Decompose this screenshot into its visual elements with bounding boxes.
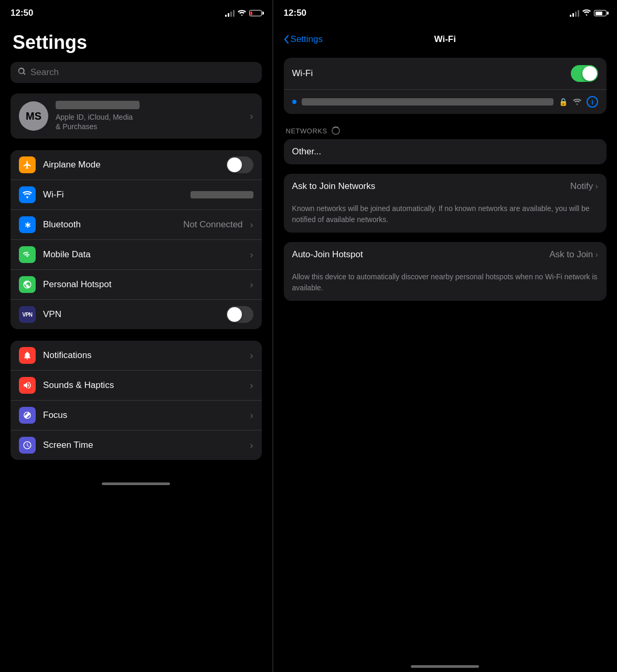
focus-chevron-icon: › [250, 410, 253, 421]
account-subtitle: Apple ID, iCloud, Media& Purchases [56, 112, 243, 131]
account-name-blurred [56, 101, 140, 109]
ask-join-chevron-icon: › [595, 181, 598, 192]
wifi-toggle[interactable] [571, 65, 598, 82]
right-signal-icon [570, 9, 579, 17]
notifications-row[interactable]: Notifications › [10, 341, 262, 370]
personal-hotspot-icon [19, 276, 36, 293]
left-status-icons [225, 9, 262, 17]
auto-join-chevron-icon: › [595, 249, 598, 260]
loading-spinner [332, 127, 340, 135]
personal-hotspot-chevron-icon: › [250, 279, 253, 290]
wifi-content: Wi-Fi 🔒 i NETWORKS [273, 52, 617, 654]
focus-row[interactable]: Focus › [10, 400, 262, 430]
ask-join-description: Known networks will be joined automatica… [284, 199, 607, 233]
focus-label: Focus [43, 410, 243, 421]
airplane-mode-row[interactable]: Airplane Mode [10, 150, 262, 180]
wifi-row[interactable]: Wi-Fi [10, 180, 262, 209]
other-label: Other... [292, 146, 322, 156]
auto-join-description: Allow this device to automatically disco… [284, 267, 607, 301]
search-input[interactable] [30, 67, 254, 78]
networks-section-label: NETWORKS [284, 127, 607, 139]
account-group: MS Apple ID, iCloud, Media& Purchases › [10, 93, 262, 139]
right-time: 12:50 [284, 8, 306, 18]
right-wifi-status-icon [582, 8, 591, 18]
network-icons: 🔒 i [559, 96, 598, 108]
wifi-page-title: Wi-Fi [434, 34, 456, 45]
vpn-icon: VPN [19, 306, 36, 323]
notifications-chevron-icon: › [250, 350, 253, 361]
left-time: 12:50 [10, 8, 33, 18]
screen-time-label: Screen Time [43, 440, 243, 450]
bluetooth-chevron-icon: › [250, 219, 253, 230]
connected-indicator [292, 100, 296, 104]
network-name-blurred [302, 98, 554, 106]
wifi-toggle-section: Wi-Fi 🔒 i [284, 58, 607, 114]
notifications-label: Notifications [43, 350, 243, 361]
battery-icon [249, 10, 262, 16]
mobile-data-row[interactable]: Mobile Data › [10, 239, 262, 269]
other-networks-row[interactable]: Other... [284, 139, 607, 164]
left-status-bar: 12:50 [0, 0, 272, 26]
airplane-mode-label: Airplane Mode [43, 160, 219, 170]
personal-hotspot-row[interactable]: Personal Hotspot › [10, 269, 262, 299]
wifi-icon [19, 186, 36, 203]
networks-section: Other... [284, 139, 607, 164]
account-row[interactable]: MS Apple ID, iCloud, Media& Purchases › [10, 93, 262, 139]
screen-time-row[interactable]: Screen Time › [10, 430, 262, 460]
personal-hotspot-label: Personal Hotspot [43, 279, 243, 290]
right-status-bar: 12:50 [273, 0, 617, 26]
bluetooth-label: Bluetooth [43, 219, 176, 230]
left-panel: 12:50 Settings [0, 0, 273, 672]
mobile-data-label: Mobile Data [43, 249, 243, 260]
sounds-chevron-icon: › [250, 380, 253, 391]
search-bar[interactable] [10, 62, 262, 83]
screen-time-chevron-icon: › [250, 440, 253, 451]
sounds-label: Sounds & Haptics [43, 380, 243, 391]
mobile-data-icon [19, 246, 36, 263]
auto-join-row[interactable]: Auto-Join Hotspot Ask to Join › [284, 242, 607, 267]
airplane-mode-icon [19, 156, 36, 173]
account-text: Apple ID, iCloud, Media& Purchases [56, 101, 243, 131]
ask-join-section: Ask to Join Networks Notify › Known netw… [284, 174, 607, 233]
back-button[interactable]: Settings [284, 34, 323, 45]
account-chevron-icon: › [250, 111, 253, 122]
wifi-network-name [190, 191, 253, 198]
auto-join-section: Auto-Join Hotspot Ask to Join › Allow th… [284, 242, 607, 301]
right-home-indicator [273, 654, 617, 672]
wifi-toggle-row: Wi-Fi [284, 58, 607, 89]
lock-icon: 🔒 [559, 98, 568, 106]
notifications-icon [19, 347, 36, 364]
prefs-group: Notifications › Sounds & Haptics › Focus… [10, 341, 262, 460]
auto-join-value: Ask to Join › [549, 249, 598, 260]
back-label: Settings [291, 34, 323, 45]
bluetooth-icon: ∗ [19, 216, 36, 233]
ask-join-value: Notify › [570, 181, 598, 192]
signal-icon [225, 9, 235, 17]
mobile-data-chevron-icon: › [250, 249, 253, 260]
airplane-mode-toggle[interactable] [226, 156, 253, 173]
vpn-toggle[interactable] [226, 306, 253, 323]
right-panel: 12:50 Settings Wi-Fi [273, 0, 617, 672]
ask-join-row[interactable]: Ask to Join Networks Notify › [284, 174, 607, 199]
focus-icon [19, 407, 36, 424]
vpn-label: VPN [43, 309, 219, 320]
network-info-icon[interactable]: i [587, 96, 598, 108]
sounds-row[interactable]: Sounds & Haptics › [10, 370, 262, 400]
bluetooth-value: Not Connected [183, 219, 242, 230]
avatar: MS [19, 101, 48, 131]
ask-join-label: Ask to Join Networks [292, 181, 570, 192]
current-network-row[interactable]: 🔒 i [284, 89, 607, 114]
left-home-indicator [0, 471, 272, 489]
vpn-row[interactable]: VPN VPN [10, 299, 262, 329]
right-status-icons [570, 8, 607, 18]
wifi-toggle-label: Wi-Fi [292, 68, 563, 79]
wifi-strength-icon [573, 99, 581, 105]
networks-label-wrap: NETWORKS Other... [284, 127, 607, 164]
bluetooth-row[interactable]: ∗ Bluetooth Not Connected › [10, 209, 262, 239]
page-title: Settings [0, 26, 272, 62]
auto-join-label: Auto-Join Hotspot [292, 249, 550, 260]
right-battery-icon [594, 10, 607, 16]
wifi-nav-header: Settings Wi-Fi [273, 26, 617, 52]
wifi-status-icon [238, 9, 246, 17]
screen-time-icon [19, 437, 36, 454]
